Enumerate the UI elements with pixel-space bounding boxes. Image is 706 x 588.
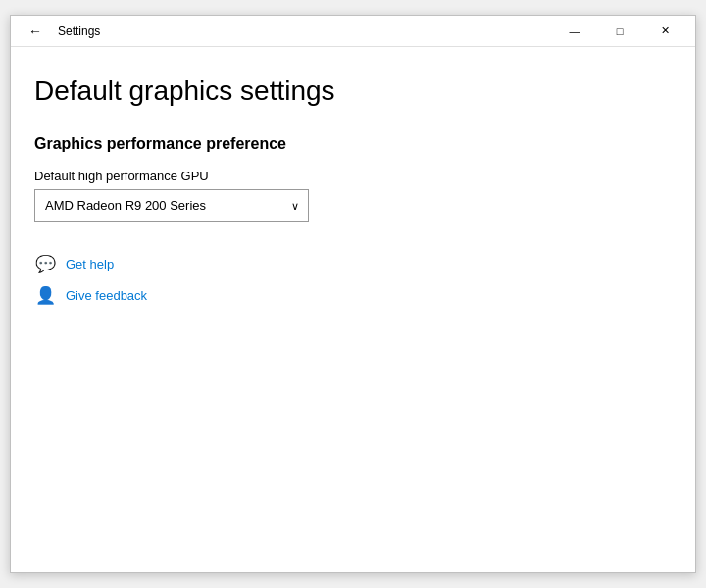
window-title: Settings <box>58 24 100 38</box>
section-title: Graphics performance preference <box>34 135 672 153</box>
close-button[interactable]: ✕ <box>642 16 687 47</box>
main-content: Default graphics settings Graphics perfo… <box>11 47 695 572</box>
get-help-link[interactable]: 💬 Get help <box>34 254 672 275</box>
get-help-icon: 💬 <box>34 254 56 275</box>
give-feedback-icon: 👤 <box>34 285 56 307</box>
gpu-dropdown-wrapper: AMD Radeon R9 200 Series NVIDIA GeForce … <box>34 189 309 222</box>
give-feedback-link[interactable]: 👤 Give feedback <box>34 285 672 307</box>
gpu-dropdown[interactable]: AMD Radeon R9 200 Series NVIDIA GeForce … <box>34 189 309 222</box>
field-label: Default high performance GPU <box>34 169 672 183</box>
back-button[interactable]: ← <box>23 22 48 41</box>
title-bar: ← Settings — □ ✕ <box>11 16 695 47</box>
window-controls: — □ ✕ <box>552 16 687 47</box>
title-bar-left: ← Settings <box>23 22 100 41</box>
minimize-button[interactable]: — <box>552 16 597 47</box>
help-links-section: 💬 Get help 👤 Give feedback <box>34 254 672 307</box>
maximize-button[interactable]: □ <box>597 16 642 47</box>
settings-window: ← Settings — □ ✕ Default graphics settin… <box>10 15 696 573</box>
get-help-label: Get help <box>66 257 114 271</box>
page-title: Default graphics settings <box>34 74 672 108</box>
give-feedback-label: Give feedback <box>66 288 147 303</box>
